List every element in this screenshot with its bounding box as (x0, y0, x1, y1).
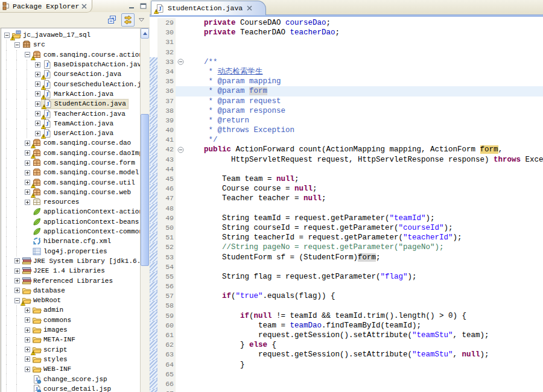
expand-expander-icon[interactable] (34, 111, 41, 116)
tree-item[interactable]: applicationContext-actions.xml (1, 207, 148, 217)
tree-item[interactable]: JBaseDispatchAction.java (1, 60, 148, 69)
code-line[interactable]: 51 String teacherId = request.getParamet… (150, 233, 543, 242)
expand-expander-icon[interactable] (34, 101, 41, 107)
expand-expander-icon[interactable] (24, 308, 31, 313)
code-line[interactable]: 58 (150, 301, 543, 311)
tree-item[interactable]: com.sanqing.course.web (1, 188, 148, 197)
expand-expander-icon[interactable] (24, 327, 31, 333)
expand-expander-icon[interactable] (24, 189, 31, 195)
tree-item[interactable]: JMarkAction.java (1, 89, 148, 99)
code-line[interactable]: 56 (150, 282, 543, 291)
code-line[interactable]: 53 StudentForm sf = (StudentForm)form; (150, 253, 543, 262)
code-line[interactable]: 34 * 动态检索学生 (150, 67, 543, 77)
code-line[interactable]: 47 Teacher teacher = null; (150, 194, 543, 203)
tree-item[interactable]: com.sanqing.course.model (1, 168, 148, 177)
expand-expander-icon[interactable] (13, 258, 21, 264)
expand-expander-icon[interactable] (34, 121, 41, 126)
code-line[interactable]: 39 * @return (150, 116, 543, 125)
code-line[interactable]: 60 team = teamDao.findTeamById(teamId); (150, 321, 543, 330)
code-line[interactable]: 29 private CourseDAO courseDao; (150, 18, 543, 28)
fold-collapse-icon[interactable] (176, 145, 186, 154)
tree-item[interactable]: com.sanqing.course.daoImpl (1, 148, 148, 158)
code-line[interactable]: 38 * @param response (150, 106, 543, 116)
tree-item[interactable]: database (1, 286, 148, 296)
expand-expander-icon[interactable] (13, 288, 21, 293)
code-line[interactable]: 44 (150, 165, 543, 174)
tree-item[interactable]: J2EE 1.4 Libraries (1, 266, 148, 276)
expand-expander-icon[interactable] (24, 141, 31, 146)
code-line[interactable]: 59 if(null != teamId && teamId.trim().le… (150, 311, 543, 321)
code-line[interactable]: 65 (150, 370, 543, 379)
expand-expander-icon[interactable] (24, 317, 31, 323)
tree-item[interactable]: applicationContext-common.xml (1, 227, 148, 236)
code-editor[interactable]: 29 private CourseDAO courseDao;30 privat… (150, 17, 543, 392)
view-menu-icon[interactable] (137, 13, 146, 27)
tree-item[interactable]: Jcourse_detail.jsp (1, 384, 148, 392)
tree-item[interactable]: com.sanqing.course.dao (1, 138, 148, 148)
expand-expander-icon[interactable] (34, 131, 41, 136)
expand-expander-icon[interactable] (24, 337, 31, 343)
tree-item[interactable]: resources (1, 197, 148, 207)
code-line[interactable]: 43 HttpServletRequest request, HttpServl… (150, 155, 543, 165)
code-line[interactable]: 52 //String pageNo = request.getParamete… (150, 242, 543, 252)
code-line[interactable]: 61 request.getSession().setAttribute("te… (150, 330, 543, 340)
code-line[interactable]: 49 String teamId = request.getParameter(… (150, 213, 543, 223)
fold-collapse-icon[interactable] (176, 57, 186, 67)
expand-expander-icon[interactable] (34, 81, 41, 87)
expand-expander-icon[interactable] (34, 91, 41, 96)
tree-item[interactable]: JStudentAction.java (1, 99, 148, 109)
link-with-editor-icon[interactable] (121, 13, 135, 27)
code-line[interactable]: 57 if("true".equals(flag)) { (150, 291, 543, 301)
code-line[interactable]: 35 * @param mapping (150, 77, 543, 86)
tree-item[interactable]: applicationContext-beans.xml (1, 217, 148, 227)
code-line[interactable]: 50 String courseId = request.getParamete… (150, 223, 543, 233)
code-line[interactable]: 41 */ (150, 135, 543, 145)
tree-item[interactable]: JRE System Library [jdk1.6.0_02] (1, 256, 148, 266)
tree-item[interactable]: admin (1, 305, 148, 315)
maximize-icon[interactable] (139, 1, 147, 8)
code-line[interactable]: 46 Course course = null; (150, 184, 543, 194)
tree-item[interactable]: JUserAction.java (1, 128, 148, 138)
scrollbar-thumb[interactable] (141, 114, 149, 266)
code-line[interactable]: 45 Team team = null; (150, 174, 543, 184)
editor-tab[interactable]: J StudentAction.java (151, 1, 266, 15)
expand-expander-icon[interactable] (34, 62, 41, 68)
expand-expander-icon[interactable] (24, 180, 31, 185)
tree-item[interactable]: JTeamAction.java (1, 119, 148, 128)
collapse-expander-icon[interactable] (13, 42, 21, 48)
minimize-icon[interactable] (128, 1, 136, 8)
code-line[interactable]: 67 (150, 389, 543, 392)
code-line[interactable]: 37 * @param request (150, 96, 543, 106)
expand-expander-icon[interactable] (24, 200, 31, 205)
code-line[interactable]: 32 (150, 48, 543, 57)
tree-item[interactable]: Referenced Libraries (1, 276, 148, 285)
code-line[interactable]: 40 * @throws Exception (150, 125, 543, 135)
expand-expander-icon[interactable] (24, 356, 31, 362)
expand-expander-icon[interactable] (13, 268, 21, 274)
code-line[interactable]: 64 } (150, 360, 543, 370)
tree-item[interactable]: script (1, 345, 148, 355)
expand-expander-icon[interactable] (34, 72, 41, 77)
expand-expander-icon[interactable] (13, 278, 21, 283)
collapse-expander-icon[interactable] (13, 298, 21, 303)
tree-item[interactable]: JTeacherAction.java (1, 109, 148, 118)
code-line[interactable]: 62 } else { (150, 340, 543, 350)
explorer-scrollbar[interactable] (140, 28, 149, 392)
tree-item[interactable]: jc_javaweb_17_sql (1, 30, 148, 40)
expand-expander-icon[interactable] (24, 160, 31, 166)
expand-expander-icon[interactable] (24, 150, 31, 156)
tree-item[interactable]: JCourseScheduleAction.java (1, 79, 148, 89)
code-line[interactable]: 36 * @param form (150, 86, 543, 96)
code-line[interactable]: 54 (150, 262, 543, 272)
tree-item[interactable]: com.sanqing.course.util (1, 177, 148, 187)
code-line[interactable]: 55 String flag = request.getParameter("f… (150, 272, 543, 282)
tree-item[interactable]: META-INF (1, 335, 148, 344)
close-icon[interactable] (81, 4, 87, 9)
tree-item[interactable]: com.sanqing.course.action (1, 50, 148, 60)
code-line[interactable]: 30 private TeacherDAO teacherDao; (150, 28, 543, 37)
collapse-expander-icon[interactable] (24, 52, 31, 57)
code-line[interactable]: 31 (150, 37, 543, 47)
tree-item[interactable]: images (1, 325, 148, 335)
scroll-up-icon[interactable] (141, 28, 149, 39)
tree-item[interactable]: src (1, 40, 148, 49)
